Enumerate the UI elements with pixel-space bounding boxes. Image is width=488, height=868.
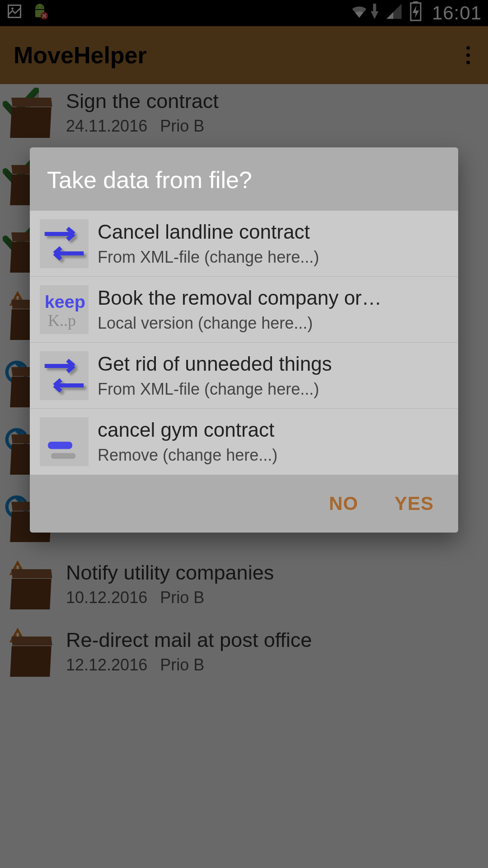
dialog-item-subtitle: From XML-file (change here...) xyxy=(98,248,448,267)
svg-text:K..p: K..p xyxy=(48,311,76,330)
dialog-item-list: Cancel landline contract From XML-file (… xyxy=(30,211,458,475)
yes-button[interactable]: YES xyxy=(394,493,434,514)
dialog-item-title: cancel gym contract xyxy=(98,419,448,441)
dialog-item-title: Book the removal company or… xyxy=(98,287,448,309)
dialog-item-title: Get rid of unneeded things xyxy=(98,353,448,375)
dialog-item-title: Cancel landline contract xyxy=(98,221,448,243)
svg-rect-18 xyxy=(48,442,72,449)
remove-icon xyxy=(40,417,89,466)
dialog-item[interactable]: cancel gym contract Remove (change here.… xyxy=(30,409,458,475)
dialog-item-subtitle: From XML-file (change here...) xyxy=(98,380,448,399)
swap-icon xyxy=(40,219,89,268)
no-button[interactable]: NO xyxy=(329,493,358,514)
dialog-item-subtitle: Local version (change here...) xyxy=(98,314,448,333)
dialog-button-bar: NO YES xyxy=(30,475,458,528)
dialog-item[interactable]: Get rid of unneeded things From XML-file… xyxy=(30,343,458,409)
dialog-item[interactable]: keep K..p Book the removal company or… L… xyxy=(30,277,458,343)
svg-text:keep: keep xyxy=(45,292,85,311)
keep-icon: keep K..p xyxy=(40,285,89,334)
svg-rect-19 xyxy=(51,453,75,459)
swap-icon xyxy=(40,351,89,400)
dialog-title: Take data from file? xyxy=(30,147,458,211)
dialog-item[interactable]: Cancel landline contract From XML-file (… xyxy=(30,211,458,277)
import-dialog: Take data from file? Cancel landline con… xyxy=(30,147,458,533)
dialog-item-subtitle: Remove (change here...) xyxy=(98,446,448,465)
